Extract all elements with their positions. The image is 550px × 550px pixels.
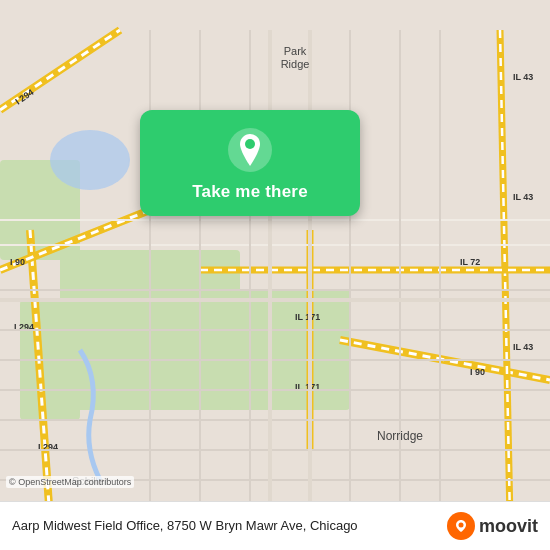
svg-point-41 xyxy=(458,523,463,528)
svg-text:IL 171: IL 171 xyxy=(295,312,320,322)
moovit-logo-text: moovit xyxy=(479,516,538,537)
bottom-bar: Aarp Midwest Field Office, 8750 W Bryn M… xyxy=(0,501,550,550)
location-info: Aarp Midwest Field Office, 8750 W Bryn M… xyxy=(12,517,437,535)
svg-text:IL 72: IL 72 xyxy=(460,257,480,267)
moovit-logo: moovit xyxy=(447,512,538,540)
moovit-icon-svg xyxy=(453,518,469,534)
svg-text:I 90: I 90 xyxy=(470,367,485,377)
map-background: I 294 I 294 I 294 I 90 I 90 IL 43 IL 43 … xyxy=(0,0,550,550)
svg-text:IL 43: IL 43 xyxy=(513,72,533,82)
svg-text:Park: Park xyxy=(284,45,307,57)
svg-text:IL 43: IL 43 xyxy=(513,342,533,352)
location-pin-icon xyxy=(228,128,272,172)
svg-rect-2 xyxy=(230,290,350,410)
copyright-text: © OpenStreetMap contributors xyxy=(6,476,134,488)
svg-text:Norridge: Norridge xyxy=(377,429,423,443)
svg-text:I 90: I 90 xyxy=(10,257,25,267)
svg-text:IL 43: IL 43 xyxy=(513,192,533,202)
map-container: I 294 I 294 I 294 I 90 I 90 IL 43 IL 43 … xyxy=(0,0,550,550)
take-me-there-button[interactable]: Take me there xyxy=(192,182,308,202)
moovit-logo-icon xyxy=(447,512,475,540)
svg-point-5 xyxy=(50,130,130,190)
location-name: Aarp Midwest Field Office, 8750 W Bryn M… xyxy=(12,517,437,535)
svg-point-40 xyxy=(245,139,255,149)
location-card[interactable]: Take me there xyxy=(140,110,360,216)
svg-text:Ridge: Ridge xyxy=(281,58,310,70)
